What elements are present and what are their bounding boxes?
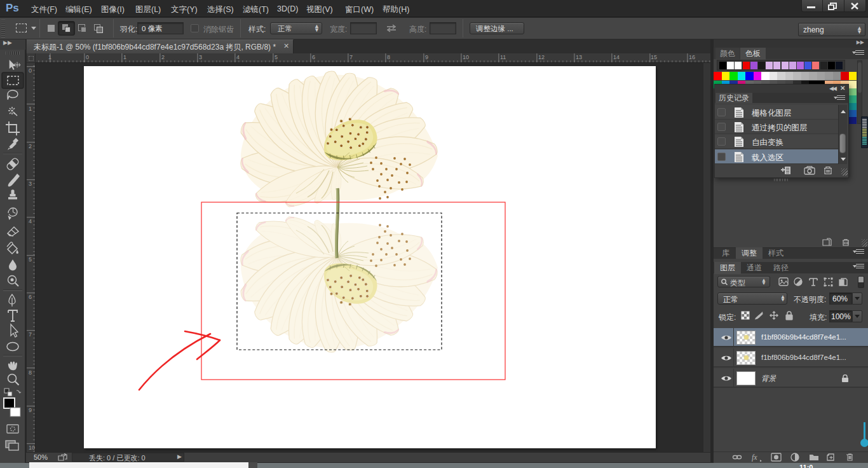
- svg-text:fx: fx: [752, 453, 757, 462]
